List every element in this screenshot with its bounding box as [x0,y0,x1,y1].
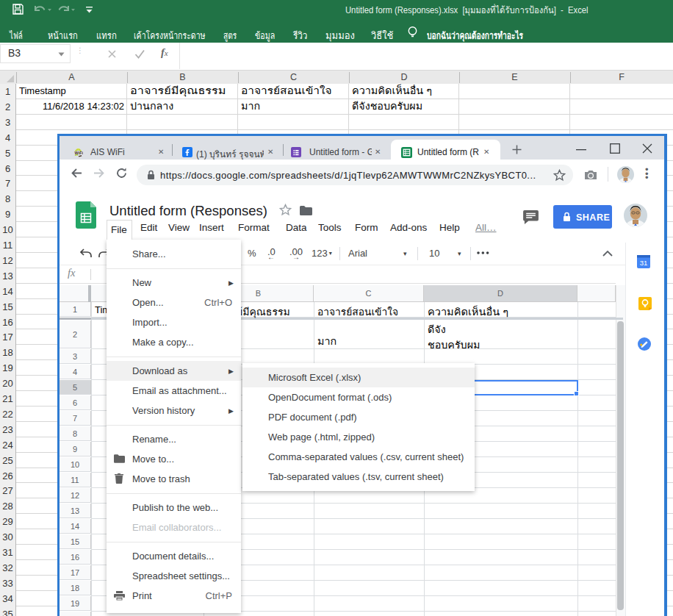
svg-text:WiFi: WiFi [75,151,84,155]
svg-text:31: 31 [640,259,648,267]
